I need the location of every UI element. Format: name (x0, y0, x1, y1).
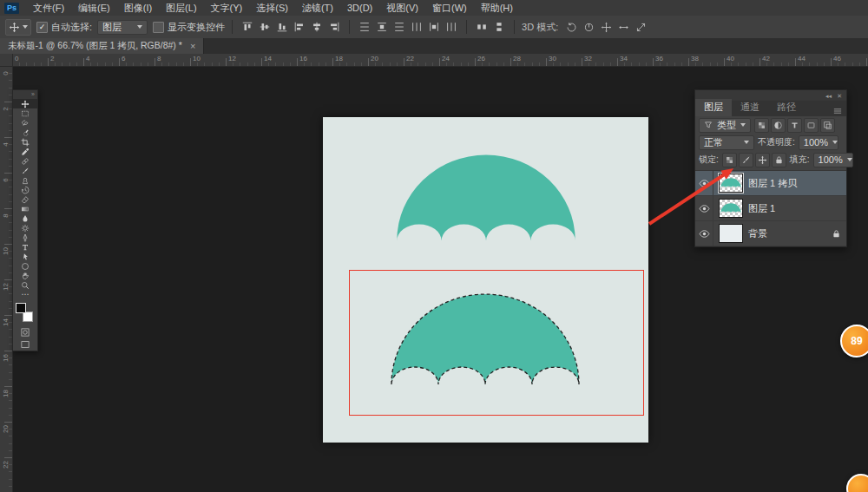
screen-mode-icon[interactable] (13, 338, 37, 351)
distribute-height-icon[interactable] (491, 19, 507, 35)
ruler-label: 40 (727, 55, 734, 62)
menu-item[interactable]: 文件(F) (26, 0, 71, 16)
healing-brush-tool[interactable] (13, 156, 37, 166)
3d-scale-icon[interactable] (633, 19, 648, 35)
menu-item[interactable]: 文字(Y) (204, 0, 250, 16)
3d-slide-icon[interactable] (615, 19, 631, 35)
foreground-color-swatch[interactable] (16, 303, 26, 313)
lock-icon (832, 229, 841, 239)
panel-tab[interactable]: 通道 (732, 99, 768, 116)
quick-mask-icon[interactable] (13, 326, 37, 338)
ruler-label: 18 (2, 388, 10, 400)
lasso-tool[interactable] (13, 118, 37, 128)
tab-close-icon[interactable]: × (190, 41, 195, 51)
lock-all-icon[interactable] (772, 153, 786, 167)
ruler-label: 22 (2, 459, 10, 471)
3d-roll-icon[interactable] (581, 19, 596, 35)
menu-item[interactable]: 3D(D) (340, 0, 379, 16)
adjustment-filter-icon[interactable] (771, 118, 786, 133)
layer-name: 图层 1 (748, 202, 775, 215)
type-filter-icon[interactable] (787, 118, 802, 133)
panel-tab[interactable]: 图层 (695, 99, 732, 116)
menu-item[interactable]: 滤镜(T) (295, 0, 340, 16)
align-bottom-icon[interactable] (274, 19, 290, 35)
menu-item[interactable]: 窗口(W) (425, 0, 474, 16)
align-right-icon[interactable] (326, 19, 342, 35)
ruler-label: 32 (584, 55, 592, 62)
menu-item[interactable]: 选择(S) (249, 0, 295, 16)
lock-pixels-icon[interactable] (739, 153, 753, 167)
menu-item[interactable]: 视图(V) (379, 0, 425, 16)
quick-selection-tool[interactable] (13, 128, 37, 137)
distribute-width-icon[interactable] (474, 19, 490, 35)
floating-badge[interactable] (846, 474, 868, 492)
eyedropper-tool[interactable] (13, 147, 37, 156)
align-vertical-center-icon[interactable] (257, 19, 273, 35)
blend-mode-dropdown[interactable]: 正常 (699, 135, 754, 150)
shape-filter-icon[interactable] (804, 118, 819, 133)
vertical-ruler[interactable]: 0246810121416182022 (0, 66, 13, 492)
marquee-tool[interactable] (13, 108, 37, 118)
align-horizontal-center-icon[interactable] (309, 19, 325, 35)
floating-badge[interactable]: 89 (840, 325, 868, 358)
toolbar-collapse-icon[interactable]: » (13, 90, 37, 99)
auto-select-checkbox[interactable]: ✓ 自动选择: (36, 21, 92, 34)
align-left-icon[interactable] (292, 19, 307, 35)
path-selection-tool[interactable] (13, 252, 37, 261)
funnel-icon (704, 121, 713, 129)
fill-dropdown[interactable]: 100% (813, 153, 853, 167)
dodge-tool[interactable] (13, 223, 37, 233)
auto-select-target-dropdown[interactable]: 图层 (97, 20, 148, 35)
align-icons (240, 19, 342, 35)
eraser-tool[interactable] (13, 194, 37, 204)
show-transform-checkbox[interactable]: 显示变换控件 (153, 21, 225, 34)
ruler-label: 2 (50, 55, 54, 62)
distribute-right-icon[interactable] (444, 19, 459, 35)
edit-toolbar-icon[interactable]: ⋯ (13, 290, 37, 299)
menu-item[interactable]: 编辑(E) (71, 0, 117, 16)
document-tab[interactable]: 未标题-1 @ 66.7% (图层 1 拷贝, RGB/8#) * × (0, 38, 204, 54)
document-canvas[interactable] (323, 117, 648, 443)
align-top-icon[interactable] (240, 19, 255, 35)
horizontal-ruler[interactable]: 0246810121416182022242628303234363840424… (12, 54, 868, 67)
ruler-label: 8 (157, 55, 161, 62)
blur-tool[interactable] (13, 213, 37, 223)
opacity-dropdown[interactable]: 100% (799, 135, 838, 150)
gradient-tool[interactable] (13, 204, 37, 213)
crop-tool[interactable] (13, 137, 37, 147)
distribute-horizontal-center-icon[interactable] (426, 19, 442, 35)
3d-pan-icon[interactable] (598, 19, 614, 35)
distribute-vertical-center-icon[interactable] (374, 19, 390, 35)
close-panel-icon[interactable]: ✕ (837, 91, 842, 101)
brush-tool[interactable] (13, 166, 37, 175)
ellipse-tool[interactable] (13, 261, 37, 271)
type-tool[interactable] (13, 242, 37, 252)
3d-rotate-icon[interactable] (563, 19, 579, 35)
smart-object-filter-icon[interactable] (820, 118, 835, 133)
distribute-bottom-icon[interactable] (391, 19, 407, 35)
zoom-tool[interactable] (13, 280, 37, 290)
menu-item[interactable]: 帮助(H) (474, 0, 520, 16)
panel-menu-icon[interactable] (832, 106, 843, 116)
ruler-label: 10 (2, 246, 10, 258)
hand-tool[interactable] (13, 271, 37, 280)
pixel-filter-icon[interactable] (754, 118, 769, 133)
chevron-down-icon (847, 158, 852, 161)
umbrella-shape-top (394, 147, 578, 249)
tool-preset-picker[interactable] (5, 19, 31, 36)
menu-item[interactable]: 图层(L) (159, 0, 203, 16)
distribute-left-icon[interactable] (409, 19, 424, 35)
move-tool[interactable] (13, 99, 37, 108)
clone-stamp-tool[interactable] (13, 175, 37, 185)
panel-tab[interactable]: 路径 (768, 99, 805, 116)
filter-type-dropdown[interactable]: 类型 (699, 118, 751, 133)
divider (349, 20, 350, 34)
distribute-top-icon[interactable] (357, 19, 372, 35)
pen-tool[interactable] (13, 233, 37, 242)
lock-position-icon[interactable] (755, 153, 770, 167)
ruler-label: 28 (513, 55, 521, 62)
ruler-label: 6 (122, 55, 125, 62)
history-brush-tool[interactable] (13, 185, 37, 194)
collapse-panel-icon[interactable]: ◂◂ (825, 91, 832, 101)
menu-item[interactable]: 图像(I) (117, 0, 159, 16)
